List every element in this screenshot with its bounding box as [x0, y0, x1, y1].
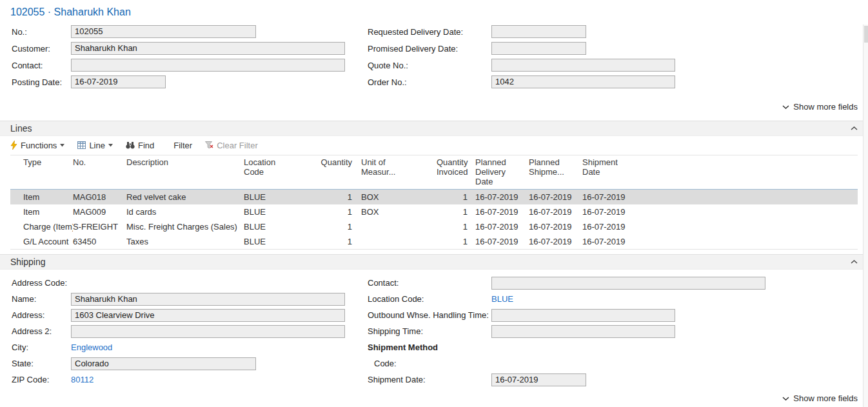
functions-button[interactable]: Functions [10, 141, 64, 150]
show-more-fields-label: Show more fields [793, 102, 858, 112]
ship-zip-label: ZIP Code: [12, 375, 71, 384]
cell-description[interactable]: Red velvet cake [126, 192, 244, 202]
cell-planned-delivery-date[interactable]: 16-07-2019 [475, 207, 529, 217]
shipping-time-field[interactable] [491, 325, 675, 338]
ship-address-field[interactable]: 1603 Clearview Drive [71, 309, 345, 322]
cell-type[interactable]: G/L Account [10, 237, 73, 246]
contact-row: Contact: [12, 57, 345, 74]
cell-description[interactable]: Taxes [126, 237, 244, 246]
cell-quantity[interactable]: 1 [308, 237, 361, 246]
cell-planned-shipment-date[interactable]: 16-07-2019 [529, 192, 582, 202]
cell-location-code[interactable]: BLUE [244, 192, 308, 202]
outbound-field[interactable] [491, 309, 675, 322]
posting-date-field[interactable]: 16-07-2019 [71, 75, 166, 88]
cell-quantity[interactable]: 1 [308, 192, 361, 202]
cell-shipment-date[interactable]: 16-07-2019 [582, 237, 640, 246]
column-header-unit-of-measure[interactable]: Unit ofMeasur... [361, 157, 437, 186]
column-header-planned-delivery-date[interactable]: PlannedDelivery Date [475, 157, 529, 186]
cell-quantity[interactable]: 1 [308, 222, 361, 232]
cell-no[interactable]: S-FREIGHT [73, 222, 126, 232]
ship-name-label: Name: [12, 294, 71, 304]
cell-planned-shipment-date[interactable]: 16-07-2019 [529, 237, 582, 246]
vertical-scrollbar[interactable] [863, 25, 868, 407]
filter-button[interactable]: Filter [173, 141, 192, 150]
cell-type[interactable]: Item [10, 192, 73, 202]
customer-field[interactable]: Shaharukh Khan [71, 42, 345, 55]
cell-quantity-invoiced[interactable]: 1 [437, 222, 475, 232]
cell-quantity-invoiced[interactable]: 1 [437, 237, 475, 246]
scrollbar-thumb[interactable] [864, 26, 868, 43]
ship-state-field[interactable]: Colorado [71, 357, 256, 370]
cell-description[interactable]: Misc. Freight Charges (Sales) [126, 222, 244, 232]
order-no-row: Order No.: 1042 [368, 74, 675, 90]
clear-filter-button[interactable]: Clear Filter [205, 141, 258, 150]
order-no-field[interactable]: 1042 [491, 75, 675, 88]
column-header-no[interactable]: No. [73, 157, 126, 186]
cell-unit-of-measure[interactable]: BOX [361, 207, 437, 217]
cell-location-code[interactable]: BLUE [244, 207, 308, 217]
table-row[interactable]: Item MAG018 Red velvet cake BLUE 1 BOX 1… [10, 190, 858, 204]
cell-planned-delivery-date[interactable]: 16-07-2019 [475, 222, 529, 232]
cell-type[interactable]: Charge (Item) [10, 222, 73, 232]
ship-location-code-link[interactable]: BLUE [491, 294, 513, 304]
ship-address2-row: Address 2: [12, 323, 345, 339]
ship-name-field[interactable]: Shaharukh Khan [71, 293, 345, 306]
cell-quantity[interactable]: 1 [308, 207, 361, 217]
column-header-description[interactable]: Description [126, 157, 244, 186]
no-field[interactable]: 102055 [71, 25, 256, 38]
column-header-type[interactable]: Type [10, 157, 73, 186]
show-more-fields-general[interactable]: Show more fields [782, 102, 858, 112]
find-button[interactable]: Find [126, 141, 154, 150]
page-title: 102055 · Shaharukh Khan [10, 6, 131, 18]
shipping-time-row: Shipping Time: [368, 323, 765, 339]
column-header-planned-shipment-date[interactable]: PlannedShipme... [529, 157, 582, 186]
cell-shipment-date[interactable]: 16-07-2019 [582, 222, 640, 232]
cell-planned-shipment-date[interactable]: 16-07-2019 [529, 222, 582, 232]
column-header-location-code[interactable]: LocationCode [244, 157, 308, 186]
cell-description[interactable]: Id cards [126, 207, 244, 217]
column-header-shipment-date[interactable]: ShipmentDate [582, 157, 640, 186]
column-header-quantity[interactable]: Quantity [308, 157, 361, 186]
posting-date-label: Posting Date: [12, 77, 71, 87]
contact-field[interactable] [71, 59, 345, 72]
promised-delivery-field[interactable] [491, 42, 586, 55]
table-row[interactable]: Item MAG009 Id cards BLUE 1 BOX 1 16-07-… [10, 204, 858, 219]
ship-address2-label: Address 2: [12, 326, 71, 336]
customer-row: Customer: Shaharukh Khan [12, 40, 345, 57]
cell-no[interactable]: MAG009 [73, 207, 126, 217]
cell-quantity-invoiced[interactable]: 1 [437, 207, 475, 217]
cell-no[interactable]: 63450 [73, 237, 126, 246]
ship-address2-field[interactable] [71, 325, 345, 338]
ship-name-row: Name: Shaharukh Khan [12, 291, 345, 307]
cell-location-code[interactable]: BLUE [244, 237, 308, 246]
lines-collapse-button[interactable] [849, 125, 859, 132]
ship-zip-link[interactable]: 80112 [71, 375, 94, 384]
sales-shipment-page: 102055 · Shaharukh Khan No.: 102055 Cust… [0, 0, 868, 407]
cell-location-code[interactable]: BLUE [244, 222, 308, 232]
cell-no[interactable]: MAG018 [73, 192, 126, 202]
show-more-fields-shipping[interactable]: Show more fields [782, 393, 858, 403]
ship-state-label: State: [12, 359, 71, 368]
line-button[interactable]: Line [77, 141, 113, 150]
cell-shipment-date[interactable]: 16-07-2019 [582, 192, 640, 202]
column-header-quantity-invoiced[interactable]: QuantityInvoiced [437, 157, 475, 186]
cell-planned-delivery-date[interactable]: 16-07-2019 [475, 237, 529, 246]
shipping-collapse-button[interactable] [849, 259, 859, 265]
cell-planned-delivery-date[interactable]: 16-07-2019 [475, 192, 529, 202]
cell-type[interactable]: Item [10, 207, 73, 217]
shipment-method-code-label: Code: [368, 359, 397, 368]
quote-no-field[interactable] [491, 59, 675, 72]
table-row[interactable]: Charge (Item) S-FREIGHT Misc. Freight Ch… [10, 219, 858, 234]
requested-delivery-field[interactable] [491, 25, 586, 38]
ship-contact-field[interactable] [491, 277, 765, 290]
cell-shipment-date[interactable]: 16-07-2019 [582, 207, 640, 217]
shipment-method-code-row: Code: [368, 355, 765, 372]
table-row[interactable]: G/L Account 63450 Taxes BLUE 1 1 16-07-2… [10, 234, 858, 249]
cell-quantity-invoiced[interactable]: 1 [437, 192, 475, 202]
promised-delivery-row: Promised Delivery Date: [368, 40, 675, 57]
shipment-date-field[interactable]: 16-07-2019 [491, 373, 586, 386]
cell-unit-of-measure[interactable]: BOX [361, 192, 437, 202]
cell-planned-shipment-date[interactable]: 16-07-2019 [529, 207, 582, 217]
ship-address-label: Address: [12, 310, 71, 320]
ship-city-link[interactable]: Englewood [71, 342, 112, 352]
